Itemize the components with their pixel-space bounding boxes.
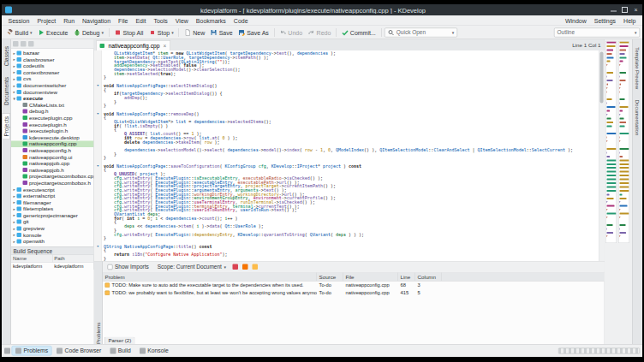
tree-item-cvs[interactable]: ▸cvs [11,75,94,82]
projects-toolbar-icon[interactable] [13,41,19,47]
menu-tools[interactable]: Tools [150,17,171,24]
problem-row[interactable]: TODO: we probably want to flexibilize, b… [103,289,605,297]
menu-view[interactable]: View [171,17,192,24]
debug-button[interactable]: Debug▾ [71,27,105,37]
projects-panel: ▸bazaar▸classbrowser▸codeutils▸contextbr… [11,39,94,344]
outline-input[interactable]: Outline ▾ [554,27,640,37]
error-filter-icon[interactable] [232,264,238,270]
sidebar-tab-documentation[interactable]: Documentation [634,98,641,137]
stop-button[interactable]: Stop▾ [146,27,176,37]
save-button[interactable]: Save [208,27,235,37]
code-line[interactable]: dependencies->selectionModel()->select( … [104,148,599,152]
code-area[interactable]: QListWidgetItem* item = new QListWidgetI… [102,50,599,261]
minimap-line [620,232,626,234]
menu-edit[interactable]: Edit [132,17,150,24]
tree-item-projecttargetscombobox.h[interactable]: projecttargetscombobox.h [11,180,94,187]
menu-session[interactable]: Session [4,17,33,24]
tree-item-filetemplates[interactable]: ▸filetemplates [11,205,94,212]
tree-item-executeplugin.h[interactable]: executeplugin.h [11,122,94,128]
tree-item-CMakeLists.txt[interactable]: CMakeLists.txt [11,102,94,109]
tree-item-filemanager[interactable]: ▸filemanager [11,199,94,206]
problems-column-header[interactable]: File [343,273,398,282]
save-as-button[interactable]: Save As [236,27,271,37]
hint-filter-icon[interactable] [252,264,258,270]
editor-gutter[interactable]: ▾▾▾▾ [94,50,102,261]
close-icon[interactable]: × [633,7,639,13]
problems-column-header[interactable]: Source [317,273,343,282]
sidebar-tab-classes[interactable]: Classes [3,44,10,68]
scope-dropdown[interactable]: Scope: Current Document ▾ [155,263,228,271]
menu-file[interactable]: File [115,17,132,24]
code-line[interactable]: } [104,256,599,260]
toolview-menu-icon[interactable] [4,347,10,353]
statusbar-build-button[interactable]: Build [106,347,134,356]
file-icon [23,103,28,107]
menu-code[interactable]: Code [230,17,252,24]
code-minimap[interactable] [605,41,617,243]
problems-column-header[interactable]: Column [415,273,442,282]
tab-nativeappconfig-cpp[interactable]: nativeappconfig.cpp × [96,40,170,50]
tree-item-nativeappconfig.h[interactable]: nativeappconfig.h [11,147,94,154]
maximize-icon[interactable] [622,7,628,13]
minimize-icon[interactable] [611,9,617,12]
menu-navigation[interactable]: Navigation [79,17,115,24]
sidebar-tab-template-preview[interactable]: Template Preview [634,45,641,91]
minimap-line [620,198,627,199]
tab-close-icon[interactable]: × [162,43,166,50]
menu-help[interactable]: Help [620,17,640,24]
tree-item-nativeappconfig.ui[interactable]: nativeappconfig.ui [11,154,94,161]
statusbar-konsole-button[interactable]: Konsole [136,347,172,356]
problems-column-header[interactable]: Problem [103,273,317,282]
statusbar-problems-button[interactable]: Problems [12,347,51,356]
run-button[interactable]: Execute [36,27,70,37]
tree-item-executeplugin.cpp[interactable]: executeplugin.cpp [11,115,94,122]
minimap-line [607,175,617,176]
tree-item-contextbrowser[interactable]: ▸contextbrowser [11,69,94,76]
tree-item-externalscript[interactable]: ▸externalscript [11,193,94,199]
menu-project[interactable]: Project [33,17,60,24]
warning-filter-icon[interactable] [242,264,248,270]
tree-item-nativeappconfig.cpp[interactable]: nativeappconfig.cpp [11,140,94,147]
menu-window[interactable]: Window [561,17,590,24]
show-imports-toggle[interactable]: Show Imports [105,263,151,271]
tree-item-genericprojectmanager[interactable]: ▸genericprojectmanager [11,212,94,219]
stop-all-button[interactable]: Stop All [112,27,146,37]
tree-item-openwith[interactable]: ▸openwith [11,238,94,245]
problems-column-header[interactable]: Line [398,273,415,282]
tree-item-projecttargetscombobox.cpp[interactable]: projecttargetscombobox.cpp [11,173,94,180]
menu-bookmarks[interactable]: Bookmarks [192,17,230,24]
tree-item-nativeappjob.h[interactable]: nativeappjob.h [11,167,94,174]
build-sequence-row[interactable]: kdevplatformkdevplatform [11,263,94,270]
parser-subtab[interactable]: Parser (2) [104,337,135,345]
tree-item-codeutils[interactable]: ▸codeutils [11,62,94,69]
title-bar[interactable]: kdevplatform - [ kdevplatform/plugins/ex… [2,4,642,15]
tree-item-documentview[interactable]: ▸documentview [11,89,94,96]
new-document-button[interactable]: New [182,27,207,37]
tree-item-grepview[interactable]: ▸grepview [11,225,94,232]
tree-item-iexecuteplugin.h[interactable]: iexecuteplugin.h [11,128,94,134]
tree-item-executescript[interactable]: ▸executescript [11,186,94,193]
tree-item-documentswitcher[interactable]: ▸documentswitcher [11,82,94,89]
menu-run[interactable]: Run [60,17,79,24]
sidebar-tab-documents[interactable]: Documents [3,74,10,108]
quick-open-input[interactable]: Quick Open ▾ [385,27,457,37]
tree-item-bazaar[interactable]: ▸bazaar [11,50,94,56]
tree-item-git[interactable]: ▸git [11,218,94,225]
tree-item-debug.h[interactable]: debug.h [11,108,94,115]
projects-toolbar-icon[interactable] [21,41,27,47]
projects-toolbar-icon[interactable] [28,41,34,47]
tree-item-classbrowser[interactable]: ▸classbrowser [11,56,94,63]
tree-item-kdevexecute.desktop[interactable]: kdevexecute.desktop [11,134,94,141]
hammer-button[interactable]: Build▾ [4,27,34,37]
scrollbar-thumb[interactable] [600,52,604,104]
commit-button[interactable]: Commit... [339,27,378,37]
tree-item-nativeappjob.cpp[interactable]: nativeappjob.cpp [11,160,94,167]
tree-item-konsole[interactable]: ▸konsole [11,232,94,239]
problem-row[interactable]: TODO: Make sure to auto add the executab… [103,282,605,289]
tree-item-execute[interactable]: ▾execute [11,95,94,102]
sidebar-tab-projects[interactable]: Projects [3,114,10,139]
statusbar-code-browser-button[interactable]: Code Browser [53,347,104,356]
code-minimap[interactable] [618,41,629,243]
editor-scrollbar[interactable] [599,50,605,261]
menu-settings[interactable]: Settings [590,17,619,24]
